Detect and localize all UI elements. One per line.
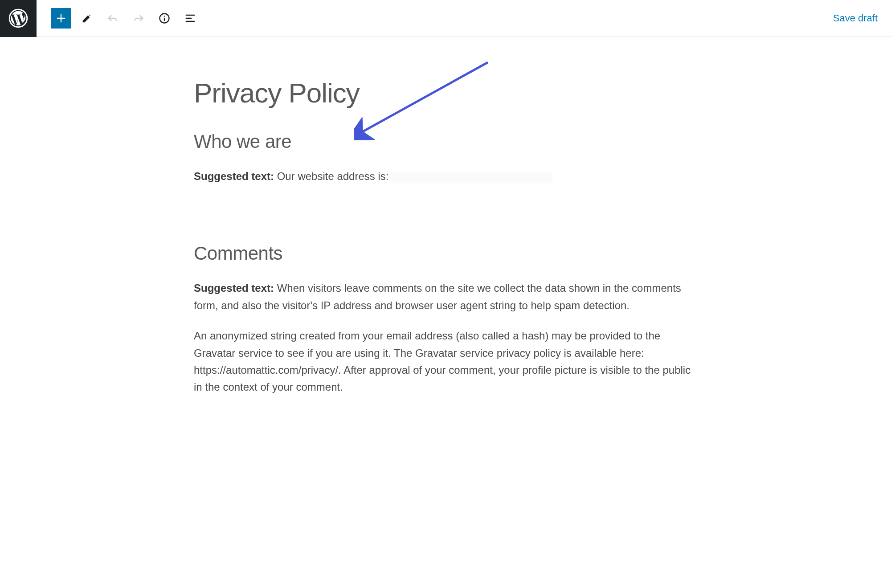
section-spacer xyxy=(194,198,697,243)
tools-button[interactable] xyxy=(77,8,97,29)
redacted-url xyxy=(392,172,552,183)
paragraph-suggested-who-we-are[interactable]: Suggested text: Our website address is: xyxy=(194,168,697,185)
wordpress-logo-button[interactable] xyxy=(0,0,37,37)
editor-canvas[interactable]: Privacy Policy Who we are Suggested text… xyxy=(194,37,697,427)
details-button[interactable] xyxy=(154,8,175,29)
plus-icon xyxy=(55,12,67,24)
paragraph-comments-gravatar[interactable]: An anonymized string created from your e… xyxy=(194,327,697,396)
add-block-button[interactable] xyxy=(51,8,71,29)
outline-button[interactable] xyxy=(180,8,200,29)
suggested-text-body: Our website address is: xyxy=(277,170,389,182)
toolbar-right-group: Save draft xyxy=(833,12,891,24)
info-icon xyxy=(158,12,171,24)
toolbar-left-group xyxy=(37,8,200,29)
list-view-icon xyxy=(184,12,196,24)
wordpress-icon xyxy=(8,8,28,28)
svg-rect-3 xyxy=(164,16,165,16)
svg-rect-2 xyxy=(164,18,165,21)
paragraph-suggested-comments[interactable]: Suggested text: When visitors leave comm… xyxy=(194,280,697,314)
undo-button[interactable] xyxy=(102,8,123,29)
redo-button[interactable] xyxy=(128,8,149,29)
redo-icon xyxy=(132,12,145,24)
section-heading-comments[interactable]: Comments xyxy=(194,243,697,264)
page-title[interactable]: Privacy Policy xyxy=(194,77,697,109)
suggested-text-label: Suggested text: xyxy=(194,282,277,294)
pencil-icon xyxy=(81,12,93,24)
section-heading-who-we-are[interactable]: Who we are xyxy=(194,131,697,152)
suggested-text-label: Suggested text: xyxy=(194,170,277,182)
save-draft-button[interactable]: Save draft xyxy=(833,12,878,24)
undo-icon xyxy=(106,12,119,24)
editor-toolbar: Save draft xyxy=(0,0,891,37)
